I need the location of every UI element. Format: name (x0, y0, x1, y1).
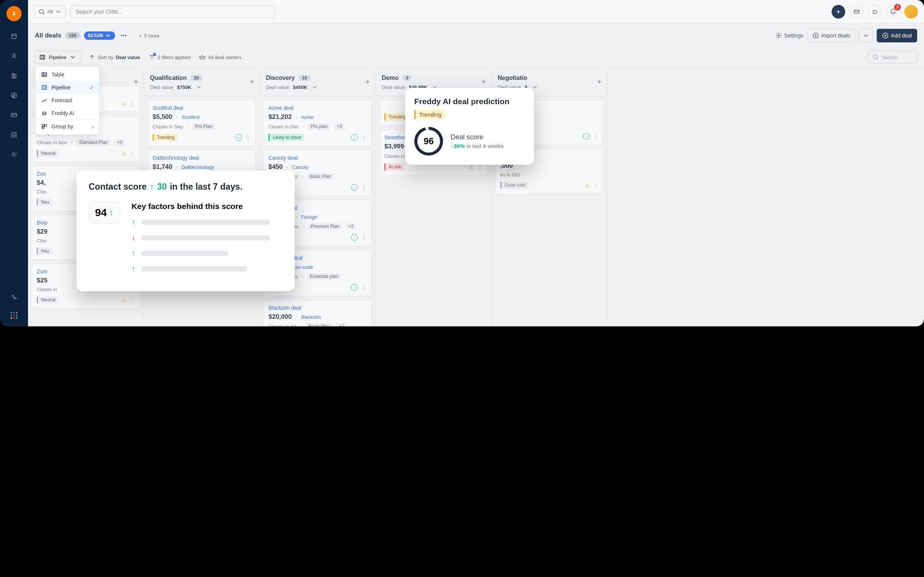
view-option-groupby[interactable]: Group by› (35, 120, 99, 133)
board-search-input[interactable]: Search (868, 51, 917, 64)
nav-phone-icon[interactable] (10, 292, 19, 301)
chevron-down-icon (69, 54, 76, 61)
svg-rect-16 (42, 73, 47, 77)
svg-point-19 (43, 113, 44, 114)
deal-score-label: Deal score (451, 133, 504, 141)
view-option-forecast[interactable]: Forecast (35, 94, 99, 107)
quick-add-button[interactable] (832, 5, 845, 19)
card-menu-button[interactable]: ⋮ (362, 135, 366, 140)
app-logo[interactable] (6, 6, 22, 21)
import-deals-button[interactable]: Import deals (807, 29, 855, 42)
card-company[interactable]: Kan-code (292, 264, 313, 270)
card-extra-tag: +3 (114, 139, 125, 146)
nav-deals-icon[interactable] (10, 91, 19, 100)
card-amount: $5,500 (153, 113, 172, 121)
card-amount: $21,202 (268, 113, 292, 121)
card-extra-tag: +2 (346, 223, 356, 230)
deal-card[interactable]: Blackzim deal $20,000•Blackzim Closes in… (264, 300, 371, 326)
card-plan-tag: Standard Plan (76, 139, 111, 146)
card-closes: Closes in (37, 287, 57, 292)
more-options-button[interactable]: ••• (119, 31, 128, 40)
nav-accounts-icon[interactable] (10, 71, 19, 80)
card-amount: $4, (37, 179, 46, 187)
card-menu-button[interactable]: ⋮ (362, 235, 366, 240)
add-card-button[interactable]: + (481, 77, 486, 86)
owner-filter[interactable]: All deal owners (199, 54, 241, 61)
freddy-button[interactable] (868, 5, 882, 19)
card-plan-tag: Essential plan (307, 273, 341, 280)
nav-reports-icon[interactable] (10, 130, 19, 139)
add-deal-button[interactable]: Add deal (877, 29, 917, 42)
notifications-button[interactable]: 2 (886, 5, 900, 19)
add-card-button[interactable]: + (250, 77, 254, 86)
card-menu-button[interactable]: ⋮ (362, 185, 366, 190)
column-title: Discovery (266, 74, 295, 81)
chevron-down-icon (311, 84, 318, 90)
card-amount: $25 (37, 277, 47, 284)
card-status: At risk (384, 163, 404, 171)
view-option-pipeline[interactable]: Pipeline✓ (35, 81, 99, 94)
sort-selector[interactable]: Sort by Deal value (89, 54, 140, 61)
svg-point-12 (778, 35, 780, 37)
global-search-input[interactable] (71, 5, 275, 18)
nav-settings-icon[interactable] (10, 150, 19, 159)
view-selector[interactable]: Pipeline Table Pipeline✓ Forecast Freddy… (35, 51, 80, 64)
view-option-table[interactable]: Table (35, 68, 99, 81)
add-card-button[interactable]: + (597, 77, 602, 86)
deal-amount-pill[interactable]: $3.51M (84, 31, 115, 40)
arrow-up-icon: ↑ (109, 208, 114, 218)
card-title: Blackzim deal (268, 305, 366, 311)
card-menu-button[interactable]: ⋮ (130, 151, 135, 156)
prediction-badge: Trending (414, 110, 445, 119)
search-scope-selector[interactable]: All (34, 6, 66, 18)
column-count: 3 (402, 75, 412, 81)
score-period: in the last 7 days. (170, 182, 242, 192)
card-menu-button[interactable]: ⋮ (593, 182, 598, 188)
card-company[interactable]: Scotfind (182, 114, 200, 120)
prediction-title: Freddy AI deal prediction (414, 97, 525, 106)
card-menu-button[interactable]: ⋮ (246, 135, 251, 140)
card-status: Likely to close (268, 134, 304, 141)
check-circle-icon: › (351, 134, 358, 141)
settings-button[interactable]: Settings (775, 32, 803, 39)
deal-card[interactable]: Acme deal $21,202•Acme Closes in Dec•Pro… (264, 100, 371, 146)
card-plan-tag: Premium Plan (308, 223, 342, 230)
freddy-prediction-popup: Freddy AI deal prediction Trending 96 De… (405, 88, 534, 165)
arrow-up-icon: ↑ (131, 218, 135, 226)
nav-apps-icon[interactable] (11, 312, 18, 319)
card-menu-button[interactable]: ⋮ (130, 101, 135, 106)
card-company[interactable]: Cancity (292, 164, 308, 170)
svg-rect-23 (42, 127, 44, 129)
warning-icon: ⚠ (585, 182, 590, 188)
card-company[interactable]: Finhigh (301, 214, 317, 220)
nav-contacts-icon[interactable] (10, 52, 19, 61)
add-card-button[interactable]: + (365, 77, 370, 86)
card-menu-button[interactable]: ⋮ (362, 285, 366, 290)
svg-point-0 (13, 12, 15, 14)
card-menu-button[interactable]: ⋮ (130, 297, 135, 303)
gear-icon (775, 32, 782, 39)
filters-applied[interactable]: 2 filters applied (148, 54, 190, 61)
svg-rect-4 (15, 74, 16, 78)
card-company[interactable]: Dalttechnology (182, 164, 214, 170)
card-company[interactable]: Blackzim (301, 314, 321, 320)
card-closes: Closes in Sep (153, 124, 183, 129)
deal-count-pill: 155 (65, 32, 80, 39)
more-views-link[interactable]: + 5 more (139, 33, 160, 39)
mail-button[interactable] (850, 5, 863, 19)
deal-card[interactable]: Scotfind deal $5,500•Scotfind Closes in … (148, 100, 256, 146)
card-amount: $29 (37, 228, 47, 235)
factor-row: ↑ (131, 218, 282, 226)
card-company[interactable]: Acme (301, 114, 314, 120)
nav-mail-icon[interactable] (10, 111, 19, 120)
card-menu-button[interactable]: ⋮ (593, 134, 598, 139)
card-amount: $450 (268, 163, 283, 171)
import-dropdown-button[interactable] (859, 29, 873, 42)
plus-circle-icon (882, 32, 889, 39)
user-avatar[interactable] (904, 5, 918, 19)
nav-dashboard-icon[interactable] (10, 32, 19, 41)
view-option-freddy[interactable]: Freddy AI (35, 107, 99, 120)
card-menu-button[interactable]: ⋮ (477, 164, 482, 170)
add-card-button[interactable]: + (134, 77, 138, 86)
card-closes: Clos (37, 189, 47, 195)
